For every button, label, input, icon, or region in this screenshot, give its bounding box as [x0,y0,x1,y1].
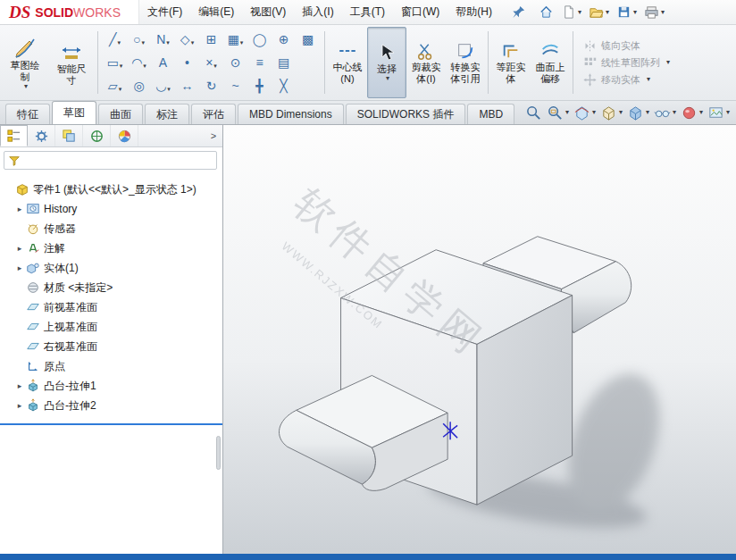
dropdown-arrow-icon[interactable]: ▾ [633,9,637,16]
tree-item-right-plane[interactable]: 右视基准面 [0,337,222,356]
convert-entities-button[interactable]: 转换实体引用 [446,27,485,98]
surface-offset-button[interactable]: 曲面上偏移 [531,27,570,98]
dropdown-arrow-icon[interactable]: ▾ [578,9,581,16]
sketch-button[interactable]: 草图绘制▾ [2,27,48,98]
tree-item-boss-extrude1[interactable]: ▸凸台-拉伸1 [0,376,222,396]
dropdown-arrow-icon[interactable]: ▾ [119,86,122,96]
dropdown-arrow-icon[interactable]: ▾ [565,109,569,116]
tool-parallelogram[interactable]: ▱▾ [103,74,127,97]
trim-entities-button[interactable]: 剪裁实体(I) [406,27,446,98]
new-document-button[interactable]: ▾ [561,4,581,20]
dropdown-arrow-icon[interactable]: ▾ [619,109,623,116]
tool-circle[interactable]: ○▾ [127,28,151,51]
select-button[interactable]: 选择▾ [367,27,406,98]
dropdown-arrow-icon[interactable]: ▾ [699,109,703,116]
centerline-button[interactable]: 中心线(N) [328,27,367,98]
tree-item-annotations[interactable]: ▸注解 [0,238,222,258]
dropdown-arrow-icon[interactable]: ▾ [240,39,244,50]
filter-input[interactable] [24,153,213,168]
dropdown-arrow-icon[interactable]: ▾ [120,63,123,73]
tool-line[interactable]: ╱▾ [103,28,127,51]
tool-perimeter-circle[interactable]: ◎ [127,74,151,97]
viewport-canvas[interactable]: 软件自学网 WWW.RJZXW.COM [223,125,736,554]
dropdown-arrow-icon[interactable]: ▾ [141,39,145,50]
dropdown-arrow-icon[interactable]: ▾ [726,109,730,116]
zoom-area-button[interactable]: ▾ [546,104,570,122]
featuremanager-tab[interactable] [0,125,28,146]
dropdown-arrow-icon[interactable]: ▾ [673,109,676,116]
tab-mbd-dimensions[interactable]: MBD Dimensions [238,104,344,124]
tab-annotation[interactable]: 标注 [145,104,189,124]
configurationmanager-tab[interactable] [55,125,83,146]
displaymanager-tab[interactable] [111,125,138,146]
viewport[interactable]: 软件自学网 WWW.RJZXW.COM [223,125,736,554]
tool-erase[interactable]: ╳ [272,74,296,97]
view-orientation-button[interactable]: ▾ [599,104,623,122]
tree-item-boss-extrude2[interactable]: ▸凸台-拉伸2 [0,396,222,415]
dropdown-arrow-icon[interactable]: ▾ [213,63,217,73]
tree-item-part-root[interactable]: 零件1 (默认<<默认>_显示状态 1>) [0,180,222,199]
tool-trim-entities-small[interactable]: ×▾ [199,51,223,74]
tool-move-entities-small[interactable]: ↔ [175,74,199,97]
tool-spline[interactable]: N▾ [151,28,175,51]
expand-arrow-icon[interactable]: ▸ [14,263,25,272]
dropdown-arrow-icon[interactable]: ▾ [592,109,596,116]
home-button[interactable] [539,4,554,20]
expand-arrow-icon[interactable]: ▸ [14,205,25,213]
tool-offset-entities-small[interactable]: ≡ [247,51,272,74]
dropdown-arrow-icon[interactable]: ▾ [661,9,665,16]
display-style-button[interactable]: ▾ [626,104,650,122]
save-button[interactable]: ▾ [616,4,637,20]
tool-ellipse[interactable]: ◯ [247,28,272,51]
tool-rotate-entities-small[interactable]: ↻ [199,74,223,97]
tool-polygon[interactable]: ◇▾ [175,28,199,51]
tree-item-solid-bodies[interactable]: ▸实体(1) [0,258,222,278]
tree-item-top-plane[interactable]: 上视基准面 [0,317,222,337]
menu-item-file[interactable]: 文件(F) [139,0,190,24]
tree-item-front-plane[interactable]: 前视基准面 [0,297,222,317]
menu-item-insert[interactable]: 插入(I) [294,0,341,24]
tab-addins[interactable]: SOLIDWORKS 插件 [346,104,466,124]
offset-entities-button[interactable]: 等距实体 [491,27,531,98]
dropdown-arrow-icon[interactable]: ▾ [117,39,121,50]
tool-quick-snaps[interactable]: ⊕ [272,28,296,51]
pin-button[interactable] [511,4,526,20]
tool-centerpoint-arc[interactable]: ◡▾ [151,74,175,97]
open-button[interactable]: ▾ [589,4,609,20]
print-button[interactable]: ▾ [644,4,665,20]
tree-item-sensors[interactable]: 传感器 [0,219,222,238]
tool-tangent-arc[interactable]: ◠▾ [127,51,151,74]
tab-evaluate[interactable]: 评估 [191,104,236,124]
panel-splitter[interactable] [216,436,221,470]
dropdown-arrow-icon[interactable]: ▾ [167,86,171,96]
tree-item-material[interactable]: 材质 <未指定> [0,278,222,297]
smart-dimension-button[interactable]: 智能尺寸 [48,27,95,98]
menu-item-window[interactable]: 窗口(W) [393,0,447,24]
panel-expand-arrow[interactable]: > [205,125,222,146]
menu-item-help[interactable]: 帮助(H) [447,0,500,24]
tree-item-origin[interactable]: 原点 [0,356,222,376]
dropdown-arrow-icon[interactable]: ▾ [24,83,28,90]
dimxpertmanager-tab[interactable] [83,125,111,146]
tool-jog-line[interactable]: ~ [223,74,247,97]
tab-features[interactable]: 特征 [5,104,50,124]
tool-convert-entities-small[interactable]: ⊙ [223,51,247,74]
expand-arrow-icon[interactable]: ▸ [14,381,25,390]
zoom-fit-button[interactable] [524,104,543,122]
tree-item-history[interactable]: ▸History [0,199,222,219]
tool-point[interactable]: • [175,51,199,74]
expand-arrow-icon[interactable]: ▸ [14,244,25,253]
tab-sketch[interactable]: 草图 [52,101,96,124]
menu-item-tools[interactable]: 工具(T) [342,0,393,24]
apply-scene-button[interactable]: ▾ [707,104,731,122]
tool-3d-sketch[interactable]: ▩ [296,28,320,51]
tool-sketch-picture[interactable]: ▤ [272,51,296,74]
dropdown-arrow-icon[interactable]: ▾ [386,75,389,82]
tool-construction-geometry[interactable]: ╋ [247,74,272,97]
dropdown-arrow-icon[interactable]: ▾ [646,109,649,116]
hide-show-items-button[interactable]: ▾ [653,104,677,122]
dropdown-arrow-icon[interactable]: ▾ [606,9,609,16]
tool-text[interactable]: A [151,51,175,74]
tab-surfaces[interactable]: 曲面 [98,104,143,124]
tool-mirror-entities-small[interactable]: ⊞ [199,28,223,51]
